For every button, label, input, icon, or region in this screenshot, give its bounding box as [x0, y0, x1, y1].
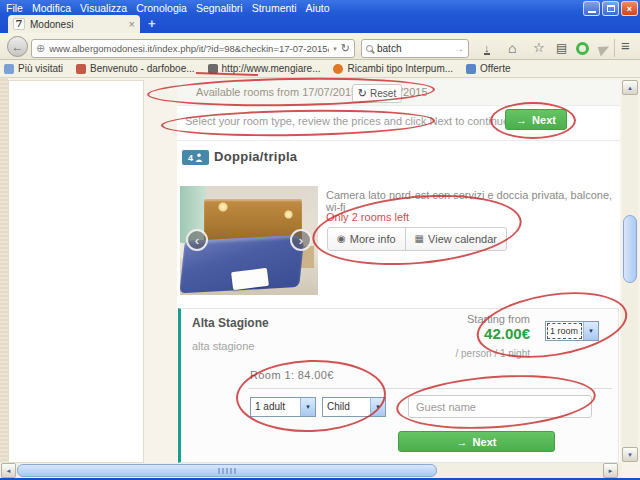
rate-plan-name: Alta Stagione — [192, 316, 269, 330]
chevron-down-icon[interactable]: ▼ — [583, 322, 598, 340]
instruction-text: Select your room type, review the prices… — [185, 115, 509, 127]
bookmark-most-visited[interactable]: Più visitati — [4, 63, 63, 74]
menu-modifica[interactable]: Modifica — [32, 2, 71, 14]
scroll-left-button[interactable]: ◄ — [1, 463, 16, 478]
tab-favicon: 7 — [13, 18, 25, 30]
bookmarks-sidebar-icon[interactable]: ▤ — [556, 41, 567, 55]
menu-aiuto[interactable]: Aiuto — [306, 2, 330, 14]
scroll-right-button[interactable]: ► — [603, 463, 618, 478]
reset-button[interactable]: ↻ Reset — [352, 84, 402, 103]
guest-name-input[interactable] — [408, 395, 592, 418]
carousel-prev-button[interactable]: ‹ — [186, 229, 208, 251]
arrow-right-icon: → — [516, 114, 527, 126]
rate-divider — [248, 388, 612, 389]
search-bar[interactable]: → — [361, 39, 469, 58]
bookmark-label: Benvenuto - darfoboe... — [90, 63, 195, 74]
url-text[interactable]: www.albergomodonesi.it/index.php/it/?id=… — [49, 43, 329, 54]
back-icon: ← — [12, 40, 24, 54]
bookmark-benvenuto[interactable]: Benvenuto - darfoboe... — [76, 63, 195, 74]
adults-value: 1 adult — [251, 398, 300, 416]
bookmark-favicon — [208, 64, 218, 74]
url-bar[interactable]: ⊕ www.albergomodonesi.it/index.php/it/?i… — [31, 39, 355, 58]
scroll-up-icon: ▲ — [627, 85, 633, 91]
search-input[interactable] — [377, 43, 450, 54]
adblock-extension-icon[interactable] — [576, 42, 589, 55]
bookmark-favicon — [76, 64, 86, 74]
back-button[interactable]: ← — [7, 36, 28, 57]
search-go-icon[interactable]: → — [454, 43, 464, 54]
more-info-button[interactable]: ◉ More info — [327, 227, 406, 251]
room-actions: ◉ More info ▦ View calendar — [327, 227, 507, 251]
tab-title: Modonesi — [30, 19, 124, 30]
window-titlebar: File Modifica Visualizza Cronologia Segn… — [0, 0, 640, 33]
rooms-left-warning: Only 2 rooms left — [326, 211, 409, 223]
chevron-down-icon[interactable]: ▼ — [300, 398, 315, 416]
bookmark-folder-icon — [4, 64, 14, 74]
reload-icon[interactable]: ↻ — [341, 42, 350, 55]
capacity-count: 4 — [188, 153, 193, 163]
children-select[interactable]: Child ▼ — [322, 397, 386, 417]
children-value: Child — [323, 398, 370, 416]
bookmark-label: Offerte — [480, 63, 510, 74]
toolbar-separator — [614, 39, 615, 57]
adults-select[interactable]: 1 adult ▼ — [250, 397, 316, 417]
menu-bar: File Modifica Visualizza Cronologia Segn… — [6, 1, 330, 15]
bookmark-favicon — [466, 64, 476, 74]
rate-plan-subtitle: alta stagione — [192, 340, 254, 352]
close-button[interactable]: × — [621, 1, 638, 16]
downloads-icon[interactable]: ↓ — [484, 43, 490, 55]
next-label: Next — [532, 114, 556, 126]
scroll-up-button[interactable]: ▲ — [622, 80, 638, 95]
price-unit: / person / 1 night — [435, 348, 530, 359]
browser-tab[interactable]: 7 Modonesi × — [8, 15, 140, 33]
scroll-left-icon: ◄ — [6, 468, 12, 474]
calendar-icon: ▦ — [415, 234, 424, 244]
section-divider — [177, 140, 620, 141]
photo-lamp — [284, 210, 293, 219]
restore-button[interactable] — [602, 1, 619, 16]
menu-strumenti[interactable]: Strumenti — [252, 2, 297, 14]
arrow-right-icon: → — [457, 436, 468, 448]
browser-window: File Modifica Visualizza Cronologia Segn… — [0, 0, 640, 480]
scroll-down-icon: ▼ — [627, 452, 633, 458]
menu-cronologia[interactable]: Cronologia — [136, 2, 187, 14]
carousel-next-button[interactable]: › — [290, 229, 312, 251]
home-icon[interactable]: ⌂ — [508, 41, 516, 55]
url-dropdown-icon[interactable]: ▾ — [333, 45, 337, 53]
bookmark-favicon — [333, 64, 343, 74]
room-title: Doppia/tripla — [214, 149, 297, 164]
page-left-texture — [0, 78, 8, 463]
bookmark-label: Più visitati — [18, 63, 63, 74]
bookmark-offerte[interactable]: Offerte — [466, 63, 510, 74]
person-icon — [195, 153, 203, 162]
search-icon — [366, 45, 373, 52]
chevron-down-icon[interactable]: ▼ — [370, 398, 385, 416]
new-tab-button[interactable]: + — [148, 16, 156, 31]
vertical-scrollbar-thumb[interactable] — [623, 215, 637, 283]
starting-from-label: Starting from — [450, 313, 530, 325]
scroll-right-icon: ► — [608, 468, 614, 474]
view-calendar-button[interactable]: ▦ View calendar — [405, 227, 507, 251]
tab-close-icon[interactable]: × — [129, 19, 135, 30]
horizontal-scrollbar-thumb[interactable] — [17, 464, 437, 477]
view-calendar-label: View calendar — [428, 233, 497, 245]
bookmark-mengiare[interactable]: http://www.mengiare... — [208, 63, 321, 74]
scroll-down-button[interactable]: ▼ — [622, 447, 638, 462]
chevron-right-icon: › — [299, 234, 303, 247]
rooms-count-select[interactable]: 1 room ▼ — [545, 321, 599, 341]
menu-segnalibri[interactable]: Segnalibri — [196, 2, 243, 14]
next-button-bottom[interactable]: → Next — [398, 431, 555, 452]
next-button-top[interactable]: → Next — [505, 109, 567, 130]
restore-icon — [607, 5, 615, 12]
site-identity-icon: ⊕ — [36, 43, 45, 54]
eye-icon: ◉ — [337, 234, 346, 244]
bookmark-star-icon[interactable]: ☆ — [533, 41, 545, 55]
menu-file[interactable]: File — [6, 2, 23, 14]
price-value: 42.00€ — [450, 325, 530, 342]
menu-visualizza[interactable]: Visualizza — [80, 2, 127, 14]
reset-icon: ↻ — [358, 88, 367, 99]
menu-hamburger-icon[interactable]: ≡ — [621, 39, 630, 53]
chevron-left-icon: ‹ — [195, 234, 199, 247]
bookmark-ricambi[interactable]: Ricambi tipo Interpum... — [333, 63, 453, 74]
minimize-button[interactable] — [583, 1, 600, 16]
